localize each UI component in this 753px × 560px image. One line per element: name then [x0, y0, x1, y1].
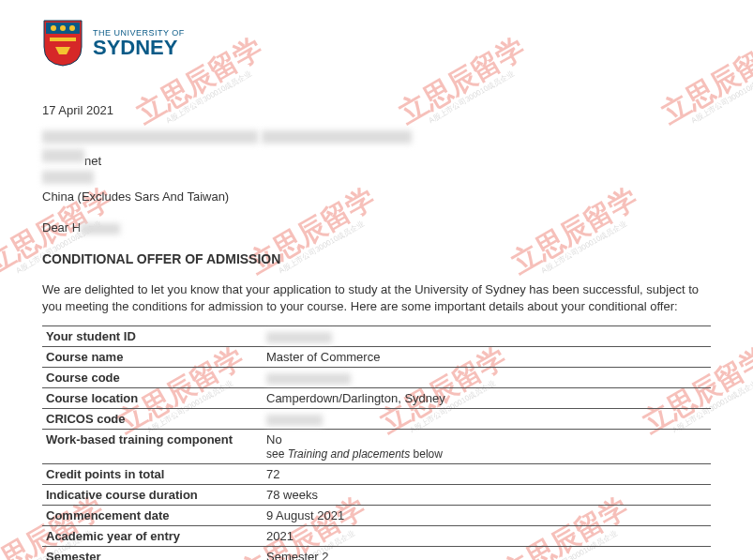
value-academic-year: 2021 [263, 526, 711, 547]
table-row: Credit points in total 72 [42, 464, 711, 485]
label-academic-year: Academic year of entry [42, 526, 263, 547]
value-course-code [263, 368, 711, 388]
offer-details-table: Your student ID Course name Master of Co… [42, 325, 711, 560]
table-row: Commencement date 9 August 2021 [42, 506, 711, 526]
table-row: Course name Master of Commerce [42, 347, 711, 368]
label-cricos-code: CRICOS code [42, 409, 263, 430]
letter-date: 17 April 2021 [42, 103, 711, 117]
value-student-id [263, 326, 711, 347]
label-credit-points: Credit points in total [42, 464, 263, 485]
university-logo: THE UNIVERSITY OF SYDNEY [42, 19, 711, 68]
label-semester: Semester [42, 547, 263, 560]
label-work-based: Work-based training component [42, 430, 263, 464]
redacted-name [81, 223, 120, 235]
label-course-name: Course name [42, 347, 263, 368]
label-course-location: Course location [42, 388, 263, 409]
svg-rect-4 [50, 38, 76, 41]
table-row: Work-based training component No see Tra… [42, 430, 711, 464]
svg-point-2 [60, 25, 66, 31]
table-row: Course code [42, 368, 711, 388]
table-row: Academic year of entry 2021 [42, 526, 711, 547]
address-net-suffix: net [84, 154, 101, 168]
label-commencement: Commencement date [42, 506, 263, 526]
redacted-line [42, 130, 258, 144]
redacted-value [266, 373, 351, 385]
table-row: Semester Semester 2 [42, 547, 711, 560]
university-name: SYDNEY [93, 38, 185, 58]
redacted-line [42, 149, 84, 162]
redacted-value [266, 332, 332, 343]
shield-icon [42, 19, 83, 68]
value-duration: 78 weeks [263, 485, 711, 506]
table-row: Indicative course duration 78 weeks [42, 485, 711, 506]
table-row: CRICOS code [42, 409, 711, 430]
value-commencement: 9 August 2021 [263, 506, 711, 526]
label-duration: Indicative course duration [42, 485, 263, 506]
label-student-id: Your student ID [42, 326, 263, 347]
value-semester: Semester 2 [263, 547, 711, 560]
redacted-line [42, 171, 94, 184]
value-course-name: Master of Commerce [263, 347, 711, 368]
table-row: Course location Camperdown/Darlington, S… [42, 388, 711, 409]
offer-title: CONDITIONAL OFFER OF ADMISSION [42, 251, 711, 266]
svg-point-1 [51, 25, 56, 31]
redacted-value [266, 415, 323, 426]
recipient-block: net China (Excludes Sars And Taiwan) [42, 130, 711, 204]
svg-point-3 [69, 25, 75, 31]
table-row: Your student ID [42, 326, 711, 347]
address-country: China (Excludes Sars And Taiwan) [42, 189, 711, 204]
salutation: Dear H [42, 220, 711, 235]
value-course-location: Camperdown/Darlington, Sydney [263, 388, 711, 409]
value-credit-points: 72 [263, 464, 711, 485]
value-work-based: No see Training and placements below [263, 430, 711, 464]
value-cricos-code [263, 409, 711, 430]
intro-paragraph: We are delighted to let you know that yo… [42, 281, 711, 314]
redacted-line [262, 130, 412, 144]
label-course-code: Course code [42, 368, 263, 388]
